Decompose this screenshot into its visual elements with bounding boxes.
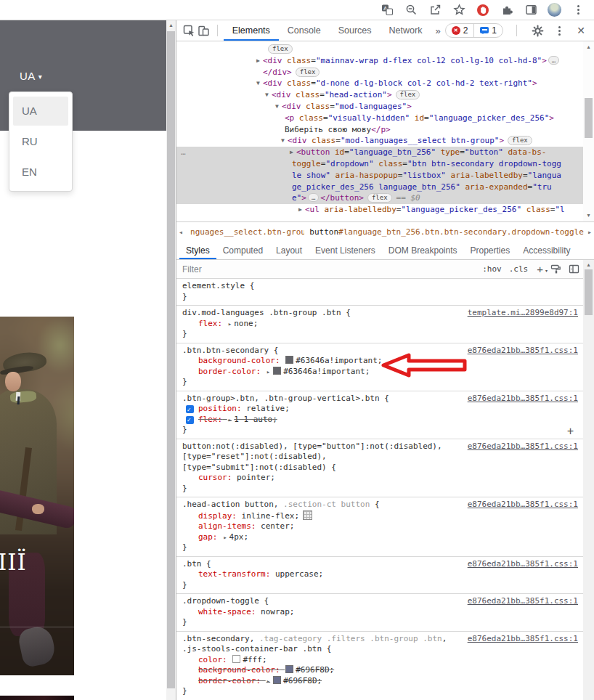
sidebar-tab-properties[interactable]: Properties xyxy=(464,241,517,259)
language-dropdown-button[interactable]: UA▾ xyxy=(20,70,42,82)
scroll-down-arrow-icon[interactable]: ▾ xyxy=(583,211,594,220)
elements-tree-row[interactable]: e">…</button>flex== $0 xyxy=(176,192,584,204)
stylesheet-link[interactable]: e876eda21bb…385f1.css:1 xyxy=(468,394,578,404)
breadcrumb-left-chevron[interactable]: ◂ xyxy=(176,228,185,236)
styles-scrollbar-thumb[interactable] xyxy=(585,269,593,315)
css-property[interactable]: display: inline-flex; xyxy=(182,510,578,522)
tab-sources[interactable]: Sources xyxy=(330,20,381,41)
color-swatch[interactable] xyxy=(232,655,240,663)
css-property[interactable]: white-space: nowrap; xyxy=(182,607,578,618)
stylesheet-link[interactable]: template.mi…2899e8d97:1 xyxy=(468,308,578,319)
sidebar-tab-dom-breakpoints[interactable]: DOM Breakpoints xyxy=(382,241,464,259)
elements-tree-row[interactable]: toggle="dropdown" class="btn btn-seconda… xyxy=(176,158,584,170)
stylesheet-link[interactable]: e876eda21bb…385f1.css:1 xyxy=(468,559,578,570)
sidebar-dock-icon[interactable] xyxy=(569,264,579,274)
flex-editor-icon[interactable] xyxy=(303,510,312,520)
sidebar-tab-layout[interactable]: Layout xyxy=(269,241,309,259)
elements-scrollbar[interactable]: ▴ ▾ xyxy=(583,41,594,221)
browser-menu-icon[interactable] xyxy=(571,3,585,17)
scroll-up-arrow-icon[interactable]: ▴ xyxy=(583,43,594,52)
article-photo[interactable]: ІІЇ xyxy=(0,317,74,675)
language-option-ua[interactable]: UA xyxy=(13,97,68,126)
tab-elements[interactable]: Elements xyxy=(224,20,279,41)
color-swatch[interactable] xyxy=(273,367,281,375)
css-property[interactable]: border-color: ▸#696F8D; xyxy=(182,676,578,687)
more-tabs-icon[interactable]: » xyxy=(431,25,444,36)
elements-tree-row[interactable]: flex xyxy=(176,44,584,55)
new-style-rule-button[interactable]: + xyxy=(567,426,574,437)
styles-scrollbar[interactable]: ▴ xyxy=(583,260,594,700)
property-toggle-checkbox[interactable] xyxy=(186,416,194,424)
flex-badge[interactable]: flex xyxy=(396,90,420,99)
sidebar-tab-event-listeners[interactable]: Event Listeners xyxy=(309,241,382,259)
share-icon[interactable] xyxy=(428,3,442,17)
stylesheet-link[interactable]: e876eda21bb…385f1.css:1 xyxy=(468,596,578,607)
tab-network[interactable]: Network xyxy=(381,20,431,41)
shadow-editor-icon[interactable] xyxy=(550,264,561,274)
css-property[interactable]: gap: ▸4px; xyxy=(182,532,578,543)
element-classes-toggle[interactable]: .cls xyxy=(509,264,529,274)
elements-tree-row[interactable]: …▶<button id="language_btn_256" type="bu… xyxy=(176,147,584,158)
language-option-ru[interactable]: RU xyxy=(13,127,68,156)
css-property[interactable]: flex: ▸1 1 auto; xyxy=(182,415,578,426)
stylesheet-link[interactable]: e876eda21bb…385f1.css:1 xyxy=(468,634,578,645)
tab-console[interactable]: Console xyxy=(279,20,330,41)
elements-tree-row[interactable]: ▼<div class="head-action">flex xyxy=(176,89,584,101)
css-property[interactable]: cursor: pointer; xyxy=(182,473,578,484)
flex-badge[interactable]: flex xyxy=(268,44,293,54)
sidebar-tab-styles[interactable]: Styles xyxy=(179,241,216,259)
css-property[interactable]: align-items: center; xyxy=(182,521,578,532)
css-property[interactable]: background-color: #63646a!important; xyxy=(182,356,578,367)
profile-avatar[interactable] xyxy=(548,3,561,17)
flex-badge[interactable]: flex xyxy=(296,68,320,77)
stylesheet-link[interactable]: e876eda21bb…385f1.css:1 xyxy=(468,500,578,510)
color-swatch[interactable] xyxy=(273,676,281,684)
zoom-icon[interactable] xyxy=(404,3,418,17)
message-count-badge[interactable]: 1 xyxy=(473,24,503,37)
elements-tree-row[interactable]: Виберіть свою мову</p> xyxy=(176,124,584,136)
color-swatch[interactable] xyxy=(285,665,293,673)
scroll-up-arrow-icon[interactable]: ▴ xyxy=(166,21,176,30)
stylesheet-link[interactable]: e876eda21bb…385f1.css:1 xyxy=(468,441,578,452)
elements-tree-row[interactable]: ▼<div class="mod-languages__select btn-g… xyxy=(176,135,584,147)
css-property[interactable]: background-color: #696F8D; xyxy=(182,665,578,676)
breadcrumb-right-chevron[interactable]: ▸ xyxy=(585,228,594,236)
flex-badge[interactable]: flex xyxy=(508,136,532,145)
elements-tree-row[interactable]: ▶<div class="mainnav-wrap d-flex col-12 … xyxy=(176,55,584,67)
bookmark-star-icon[interactable] xyxy=(452,3,466,17)
stylesheet-link[interactable]: e876eda21bb…385f1.css:1 xyxy=(468,346,578,357)
translate-icon[interactable]: A xyxy=(380,3,394,17)
elements-tree-row[interactable]: ▶<ul aria-labelledby="language_picker_de… xyxy=(176,204,584,216)
page-scrollbar[interactable]: ▴ xyxy=(166,20,176,700)
elements-tree-row[interactable]: </div>flex xyxy=(176,67,584,78)
elements-scrollbar-thumb[interactable] xyxy=(585,98,593,138)
collapsed-content-icon[interactable]: … xyxy=(308,193,319,202)
sidebar-tab-computed[interactable]: Computed xyxy=(216,241,269,259)
elements-tree-row[interactable]: <p class="visually-hidden" id="language_… xyxy=(176,113,584,124)
color-swatch[interactable] xyxy=(285,356,293,364)
css-property[interactable]: position: relative; xyxy=(182,404,578,415)
elements-tree-row[interactable]: le show" aria-haspopup="listbox" aria-la… xyxy=(176,170,584,182)
side-panel-icon[interactable] xyxy=(524,3,538,17)
elements-tree-row[interactable]: ▼<div class="mod-languages"> xyxy=(176,101,584,113)
flex-badge[interactable]: flex xyxy=(367,193,392,203)
css-property[interactable]: flex: ▸none; xyxy=(182,319,578,330)
breadcrumb-crumb[interactable]: button#language_btn_256.btn.btn-secondar… xyxy=(304,227,585,237)
inspect-element-icon[interactable] xyxy=(182,23,197,38)
css-property[interactable]: text-transform: uppercase; xyxy=(182,569,578,580)
pseudo-state-toggle[interactable]: :hov xyxy=(482,264,502,274)
language-option-en[interactable]: EN xyxy=(13,158,68,187)
adblock-icon[interactable] xyxy=(476,3,490,17)
property-toggle-checkbox[interactable] xyxy=(186,405,194,413)
elements-tree-row[interactable]: ge_picker_des_256 language_btn_256" aria… xyxy=(176,182,584,193)
styles-filter-input[interactable] xyxy=(181,264,475,275)
settings-gear-icon[interactable] xyxy=(530,23,545,38)
css-property[interactable]: border-color: ▸#63646a!important; xyxy=(182,367,578,378)
devtools-menu-icon[interactable] xyxy=(552,23,566,38)
elements-tree-row[interactable]: ▼<div class="d-none d-lg-block col-2 col… xyxy=(176,78,584,89)
new-style-rule-icon[interactable]: +▾ xyxy=(537,264,543,274)
extensions-icon[interactable] xyxy=(500,3,514,17)
breadcrumb-crumb[interactable]: nguages__select.btn-group xyxy=(185,227,304,237)
sidebar-tab-accessibility[interactable]: Accessibility xyxy=(516,241,577,259)
device-toolbar-icon[interactable] xyxy=(197,23,211,38)
